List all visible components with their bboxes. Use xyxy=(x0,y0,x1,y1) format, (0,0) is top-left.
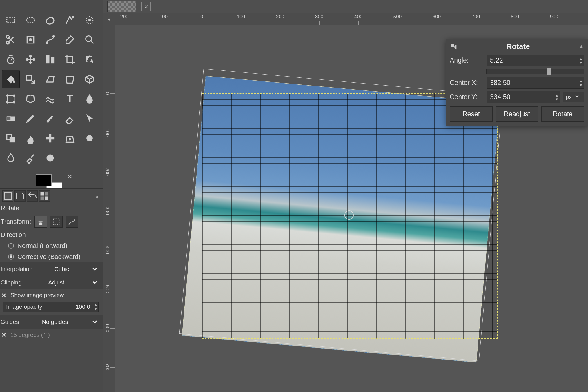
tool-perspective[interactable] xyxy=(61,70,79,88)
fifteen-degrees-checkbox[interactable]: ✕ 15 degrees (⇧) xyxy=(0,329,103,341)
tool-clone[interactable] xyxy=(2,129,20,147)
tool-eraser[interactable] xyxy=(61,110,79,128)
transform-label: Transform: xyxy=(1,218,31,226)
tool-eyedropper[interactable] xyxy=(61,31,79,49)
reset-button[interactable]: Reset xyxy=(450,106,493,122)
check-on-icon: ✕ xyxy=(1,292,7,299)
direction-corrective-label: Corrective (Backward) xyxy=(17,253,81,261)
tool-paintbrush[interactable] xyxy=(41,110,59,128)
svg-rect-32 xyxy=(41,197,44,200)
horizontal-ruler[interactable]: -200-10001002003004005006007008009001000 xyxy=(115,13,588,25)
readjust-button[interactable]: Readjust xyxy=(496,106,538,122)
center-x-label: Center X: xyxy=(450,79,484,87)
tool-ink[interactable] xyxy=(81,90,99,108)
svg-rect-14 xyxy=(51,57,54,63)
tool-color-select[interactable] xyxy=(81,11,99,29)
svg-point-18 xyxy=(6,95,8,97)
tool-mouse[interactable] xyxy=(81,110,99,128)
vertical-ruler[interactable]: 0100200300400500600700 xyxy=(103,25,115,392)
options-tab-tool[interactable] xyxy=(2,190,13,202)
collapse-icon[interactable]: ▲ xyxy=(578,43,584,50)
angle-input[interactable]: 5.22 ▲▼ xyxy=(487,55,584,66)
clipping-select[interactable]: Clipping Adjust xyxy=(0,276,103,289)
tool-free-select[interactable] xyxy=(41,11,59,29)
tool-shear[interactable] xyxy=(41,70,59,88)
options-tab-bar: ◂ xyxy=(0,188,103,203)
swap-colors-icon[interactable]: ⤭ xyxy=(67,173,73,179)
transform-layer-toggle[interactable] xyxy=(34,216,47,228)
rotate-button[interactable]: Rotate xyxy=(541,106,584,122)
tool-text[interactable] xyxy=(61,90,79,108)
tool-smudge[interactable] xyxy=(21,129,39,147)
options-menu-arrow-icon[interactable]: ◂ xyxy=(95,193,101,199)
options-tab-images[interactable] xyxy=(39,190,50,202)
options-tab-undo[interactable] xyxy=(27,190,38,202)
tool-paths[interactable] xyxy=(41,31,59,49)
transform-path-toggle[interactable] xyxy=(66,216,78,228)
interpolation-select[interactable]: Interpolation Cubic xyxy=(0,262,103,276)
angle-slider[interactable] xyxy=(486,69,584,74)
svg-point-19 xyxy=(13,95,15,97)
toolbox-panel: ⤭ ◂ Rotate Transform: � xyxy=(0,0,103,392)
svg-rect-30 xyxy=(41,192,44,196)
direction-normal-label: Normal (Forward) xyxy=(17,242,67,250)
tool-rect-select[interactable] xyxy=(2,11,20,29)
close-image-button[interactable]: × xyxy=(141,2,151,11)
svg-point-1 xyxy=(27,17,35,23)
tool-scale[interactable] xyxy=(21,70,39,88)
svg-rect-34 xyxy=(53,219,59,225)
center-x-input[interactable]: 382.50 ▲▼ xyxy=(487,77,584,89)
ruler-origin-button[interactable]: ◂ xyxy=(103,13,115,25)
tool-rotate[interactable] xyxy=(81,50,99,68)
tool-fuzzy-select[interactable] xyxy=(61,11,79,29)
tool-crop[interactable] xyxy=(61,50,79,68)
tool-gradient[interactable] xyxy=(2,110,20,128)
tool-ellipse-select[interactable] xyxy=(21,11,39,29)
ruler-tick: 500 xyxy=(393,14,402,20)
tool-blur[interactable] xyxy=(2,149,20,167)
tool-move[interactable] xyxy=(21,50,39,68)
rotate-dialog[interactable]: Rotate ▲ Angle: 5.22 ▲▼ Center X: 382.50… xyxy=(446,39,588,126)
tool-measure[interactable] xyxy=(2,50,20,68)
ruler-tick: 0 xyxy=(104,92,110,95)
direction-normal-radio[interactable]: Normal (Forward) xyxy=(0,240,103,251)
ruler-tick: 200 xyxy=(276,14,284,20)
tool-handle-transform[interactable] xyxy=(2,90,20,108)
tool-warp[interactable] xyxy=(41,90,59,108)
image-thumbnail[interactable] xyxy=(107,1,136,12)
tool-airbrush[interactable] xyxy=(21,149,39,167)
svg-point-21 xyxy=(13,101,15,103)
center-y-input[interactable]: 334.50 ▲▼ xyxy=(487,91,560,103)
ruler-tick: 900 xyxy=(550,14,558,20)
tool-cage[interactable] xyxy=(21,90,39,108)
tool-align[interactable] xyxy=(41,50,59,68)
svg-rect-17 xyxy=(7,95,14,102)
tool-mypaint[interactable] xyxy=(41,149,59,167)
tool-perspective-clone[interactable] xyxy=(61,129,79,147)
guides-select[interactable]: Guides No guides xyxy=(0,315,103,329)
tool-pencil[interactable] xyxy=(21,110,39,128)
tool-dodge-burn[interactable] xyxy=(81,129,99,147)
transform-selection-toggle[interactable] xyxy=(50,216,63,228)
options-tab-device[interactable] xyxy=(14,190,26,202)
tool-heal[interactable] xyxy=(41,129,59,147)
tool-bucket-fill[interactable] xyxy=(2,70,20,88)
ruler-tick: 400 xyxy=(104,246,110,254)
svg-point-28 xyxy=(47,155,53,161)
tool-3d-transform[interactable] xyxy=(81,70,99,88)
tool-scissors[interactable] xyxy=(2,31,20,49)
transform-target-row: Transform: xyxy=(0,214,103,229)
unit-select[interactable]: px xyxy=(563,92,584,102)
image-opacity-input[interactable]: Image opacity 100.0 ▲▼ xyxy=(3,302,99,312)
ruler-tick: -200 xyxy=(119,14,128,20)
slider-knob[interactable] xyxy=(547,68,551,75)
tool-foreground-select[interactable] xyxy=(21,31,39,49)
direction-corrective-radio[interactable]: Corrective (Backward) xyxy=(0,251,103,262)
ruler-tick: 700 xyxy=(104,363,110,371)
foreground-color-swatch[interactable] xyxy=(36,174,52,186)
svg-rect-33 xyxy=(45,197,48,200)
show-preview-checkbox[interactable]: ✕ Show image preview xyxy=(0,289,103,302)
dialog-titlebar[interactable]: Rotate ▲ xyxy=(450,42,584,51)
rotation-center-handle[interactable] xyxy=(343,209,355,221)
tool-zoom[interactable] xyxy=(81,31,99,49)
